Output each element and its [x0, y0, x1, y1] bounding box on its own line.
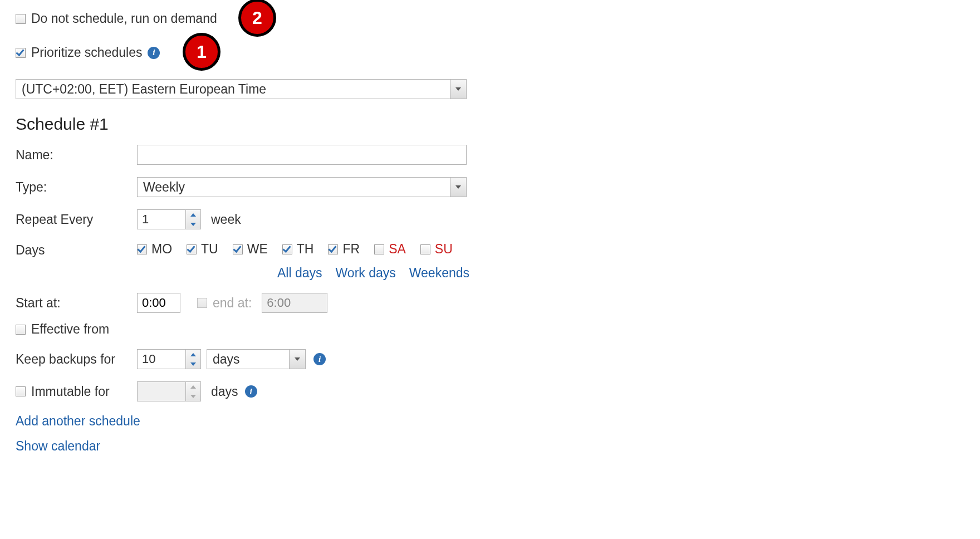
start-label: Start at: [16, 296, 137, 311]
day-su-label: SU [435, 242, 453, 257]
immutable-checkbox[interactable] [16, 386, 26, 396]
timezone-value: (UTC+02:00, EET) Eastern European Time [16, 80, 450, 99]
day-su: SU [420, 242, 453, 257]
day-fr: FR [328, 242, 360, 257]
day-th-checkbox[interactable] [282, 244, 292, 254]
day-fr-checkbox[interactable] [328, 244, 338, 254]
days-group: MOTUWETHFRSASU [137, 242, 469, 257]
weekends-link[interactable]: Weekends [409, 266, 469, 281]
day-th: TH [282, 242, 314, 257]
type-value: Weekly [138, 178, 450, 197]
day-mo: MO [137, 242, 172, 257]
callout-one: 1 [183, 33, 220, 71]
immutable-value [138, 382, 185, 401]
work-days-link[interactable]: Work days [336, 266, 396, 281]
type-select[interactable]: Weekly [137, 177, 467, 197]
info-icon[interactable]: i [245, 385, 257, 398]
spinner-up-icon[interactable] [186, 350, 200, 359]
all-days-link[interactable]: All days [277, 266, 322, 281]
immutable-unit: days [211, 384, 238, 399]
day-th-label: TH [297, 242, 314, 257]
keep-value-spinner[interactable]: 10 [137, 349, 201, 369]
day-we: WE [233, 242, 268, 257]
day-mo-label: MO [151, 242, 172, 257]
day-fr-label: FR [342, 242, 360, 257]
day-tu-checkbox[interactable] [187, 244, 197, 254]
end-at-checkbox[interactable] [197, 298, 207, 308]
days-label: Days [16, 242, 137, 258]
keep-label: Keep backups for [16, 352, 137, 367]
day-su-checkbox[interactable] [420, 244, 430, 254]
repeat-label: Repeat Every [16, 212, 137, 227]
repeat-value: 1 [138, 210, 185, 229]
effective-from-label: Effective from [31, 322, 109, 337]
prioritize-checkbox[interactable] [16, 48, 26, 58]
day-mo-checkbox[interactable] [137, 244, 147, 254]
day-sa-label: SA [389, 242, 406, 257]
do-not-schedule-checkbox[interactable] [16, 14, 26, 24]
name-label: Name: [16, 148, 137, 163]
callout-two: 2 [238, 0, 276, 37]
chevron-down-icon [450, 80, 466, 99]
show-calendar-link[interactable]: Show calendar [16, 439, 795, 454]
end-input [262, 293, 327, 313]
keep-value: 10 [138, 350, 185, 369]
schedule-heading: Schedule #1 [16, 115, 795, 134]
do-not-schedule-row: Do not schedule, run on demand 2 [16, 11, 795, 26]
spinner-down-icon[interactable] [186, 219, 200, 229]
timezone-select[interactable]: (UTC+02:00, EET) Eastern European Time [16, 79, 467, 99]
immutable-label: Immutable for [31, 384, 110, 399]
keep-unit-value: days [207, 350, 289, 369]
type-label: Type: [16, 180, 137, 195]
do-not-schedule-label: Do not schedule, run on demand [31, 11, 217, 26]
info-icon[interactable]: i [148, 47, 160, 59]
day-tu: TU [187, 242, 218, 257]
add-another-schedule-link[interactable]: Add another schedule [16, 414, 795, 429]
day-tu-label: TU [201, 242, 218, 257]
spinner-down-icon[interactable] [186, 359, 200, 369]
info-icon[interactable]: i [313, 353, 326, 365]
prioritize-row: Prioritize schedules i 1 [16, 45, 795, 60]
end-at-label: end at: [213, 296, 252, 311]
repeat-spinner[interactable]: 1 [137, 209, 201, 229]
effective-from-checkbox[interactable] [16, 325, 26, 335]
spinner-down-icon [186, 391, 200, 401]
keep-unit-select[interactable]: days [207, 349, 306, 369]
chevron-down-icon [289, 350, 305, 369]
immutable-spinner [137, 381, 201, 401]
spinner-up-icon[interactable] [186, 210, 200, 219]
chevron-down-icon [450, 178, 466, 197]
day-sa-checkbox[interactable] [374, 244, 384, 254]
day-we-checkbox[interactable] [233, 244, 243, 254]
spinner-up-icon [186, 382, 200, 391]
day-sa: SA [374, 242, 406, 257]
day-we-label: WE [247, 242, 268, 257]
name-input[interactable] [137, 145, 467, 165]
repeat-unit: week [211, 212, 241, 227]
prioritize-label: Prioritize schedules [31, 45, 142, 60]
start-input[interactable] [137, 293, 180, 313]
